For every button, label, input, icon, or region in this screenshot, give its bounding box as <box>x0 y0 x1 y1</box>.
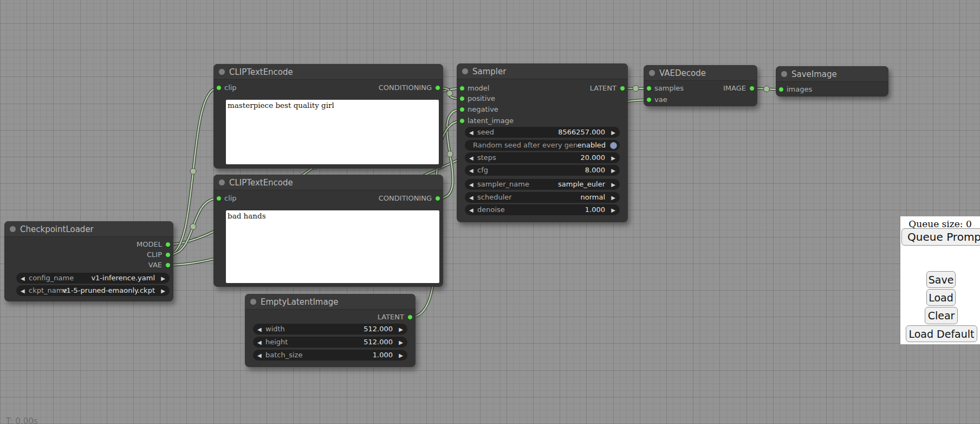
input-label: images <box>787 85 812 94</box>
widget-width[interactable]: ◀▶width512.000 <box>253 324 407 335</box>
widget-config_name[interactable]: ◀▶config_namev1-inference.yaml <box>16 273 170 284</box>
node-sampler[interactable]: Samplermodelpositivenegativelatent_image… <box>457 63 628 222</box>
widget-label: Random seed after every gen <box>473 141 577 150</box>
increment-arrow-icon[interactable]: ▶ <box>399 352 403 359</box>
node-vae-decode[interactable]: VAEDecodesamplesvaeIMAGE <box>644 65 757 106</box>
load-default-button[interactable]: Load Default <box>906 325 977 342</box>
load-button[interactable]: Load <box>926 289 956 306</box>
link-middot-positive-conditioning[interactable] <box>447 91 453 97</box>
widget-seed[interactable]: ◀▶seed8566257.000 <box>465 127 620 138</box>
output-label: CLIP <box>147 250 162 259</box>
widget-random-seed-after-every-gen[interactable]: Random seed after every genenabled <box>465 140 620 151</box>
output-port-VAE[interactable] <box>165 262 171 268</box>
increment-arrow-icon[interactable]: ▶ <box>161 275 165 282</box>
decrement-arrow-icon[interactable]: ◀ <box>257 326 262 333</box>
node-checkpoint-loader[interactable]: CheckpointLoaderMODELCLIPVAE◀▶config_nam… <box>4 221 173 301</box>
widget-cfg[interactable]: ◀▶cfg8.000 <box>465 165 620 176</box>
decrement-arrow-icon[interactable]: ◀ <box>469 181 473 188</box>
clear-button[interactable]: Clear <box>925 307 958 324</box>
decrement-arrow-icon[interactable]: ◀ <box>469 129 473 136</box>
increment-arrow-icon[interactable]: ▶ <box>611 155 615 162</box>
node-title-bar[interactable]: Sampler <box>457 63 628 79</box>
decrement-arrow-icon[interactable]: ◀ <box>21 287 25 294</box>
decrement-arrow-icon[interactable]: ◀ <box>469 155 473 162</box>
node-title-text: Sampler <box>472 67 506 76</box>
input-port-samples[interactable] <box>646 86 652 91</box>
input-port-clip[interactable] <box>216 85 222 91</box>
widget-value: normal <box>580 193 605 202</box>
node-title-bar[interactable]: VAEDecode <box>644 65 757 81</box>
increment-arrow-icon[interactable]: ▶ <box>611 129 615 136</box>
widget-scheduler[interactable]: ◀▶schedulernormal <box>465 192 620 203</box>
increment-arrow-icon[interactable]: ▶ <box>161 287 165 294</box>
increment-arrow-icon[interactable]: ▶ <box>611 167 615 174</box>
input-port-images[interactable] <box>778 87 784 92</box>
output-port-CONDITIONING[interactable] <box>435 196 440 201</box>
output-port-LATENT[interactable] <box>407 314 413 320</box>
output-port-CLIP[interactable] <box>165 252 171 258</box>
output-port-IMAGE[interactable] <box>749 86 755 91</box>
increment-arrow-icon[interactable]: ▶ <box>399 326 403 333</box>
widget-sampler_name[interactable]: ◀▶sampler_namesample_euler <box>465 179 620 190</box>
widget-denoise[interactable]: ◀▶denoise1.000 <box>465 204 620 215</box>
widget-batch_size[interactable]: ◀▶batch_size1.000 <box>253 350 407 361</box>
node-title-bar[interactable]: CLIPTextEncode <box>213 64 443 80</box>
execution-time-label: T: 0.00s <box>6 416 38 424</box>
output-label: IMAGE <box>723 84 746 93</box>
input-port-latent_image[interactable] <box>459 118 465 124</box>
toggle-enabled-icon[interactable] <box>610 142 617 149</box>
save-button[interactable]: Save <box>926 271 956 288</box>
increment-arrow-icon[interactable]: ▶ <box>399 339 403 346</box>
input-port-clip[interactable] <box>216 196 222 201</box>
widget-ckpt_name[interactable]: ◀▶ckpt_namev1-5-pruned-emaonly.ckpt <box>16 285 170 296</box>
output-port-LATENT[interactable] <box>620 86 625 91</box>
widget-value: sample_euler <box>558 180 605 189</box>
increment-arrow-icon[interactable]: ▶ <box>611 181 615 188</box>
node-save-image[interactable]: SaveImageimages <box>776 66 888 97</box>
collapse-dot-icon[interactable] <box>462 68 468 74</box>
node-clip-text-encode-positive[interactable]: CLIPTextEncodeclipCONDITIONING <box>213 64 443 169</box>
link-middot-image-to-save[interactable] <box>764 86 770 92</box>
link-middot-clip-to-negative-encode[interactable] <box>190 224 196 230</box>
comfyui-canvas[interactable]: { "status_text": "T: 0.00s", "colors": {… <box>0 0 980 424</box>
widget-label: config_name <box>29 274 74 282</box>
input-label: clip <box>224 83 237 92</box>
decrement-arrow-icon[interactable]: ◀ <box>469 207 473 214</box>
node-empty-latent-image[interactable]: EmptyLatentImageLATENT◀▶width512.000◀▶he… <box>245 294 416 367</box>
collapse-dot-icon[interactable] <box>649 70 655 76</box>
collapse-dot-icon[interactable] <box>219 179 225 185</box>
prompt-textarea[interactable] <box>226 210 439 283</box>
increment-arrow-icon[interactable]: ▶ <box>611 207 615 214</box>
link-middot-negative-conditioning[interactable] <box>447 151 453 157</box>
input-port-negative[interactable] <box>459 107 465 112</box>
decrement-arrow-icon[interactable]: ◀ <box>257 339 262 346</box>
decrement-arrow-icon[interactable]: ◀ <box>469 167 473 174</box>
collapse-dot-icon[interactable] <box>250 299 256 305</box>
node-title-bar[interactable]: CheckpointLoader <box>4 221 173 237</box>
output-port-MODEL[interactable] <box>165 242 171 247</box>
collapse-dot-icon[interactable] <box>219 69 225 75</box>
link-middot-clip-to-positive-encode[interactable] <box>190 169 196 175</box>
widget-height[interactable]: ◀▶height512.000 <box>253 337 407 348</box>
queue-prompt-button[interactable]: Queue Prompt <box>901 228 980 246</box>
node-title-bar[interactable]: EmptyLatentImage <box>245 294 416 310</box>
increment-arrow-icon[interactable]: ▶ <box>611 194 615 201</box>
input-port-positive[interactable] <box>459 96 465 101</box>
output-port-CONDITIONING[interactable] <box>435 85 440 91</box>
link-middot-latent-to-decoder[interactable] <box>633 86 639 92</box>
prompt-textarea[interactable] <box>226 100 439 164</box>
widget-steps[interactable]: ◀▶steps20.000 <box>465 152 620 163</box>
input-label: samples <box>654 84 684 93</box>
collapse-dot-icon[interactable] <box>10 226 16 232</box>
widget-label: seed <box>477 128 494 137</box>
decrement-arrow-icon[interactable]: ◀ <box>257 352 262 359</box>
decrement-arrow-icon[interactable]: ◀ <box>469 194 473 201</box>
decrement-arrow-icon[interactable]: ◀ <box>21 275 25 282</box>
collapse-dot-icon[interactable] <box>781 71 787 77</box>
node-clip-text-encode-negative[interactable]: CLIPTextEncodeclipCONDITIONING <box>213 175 443 287</box>
input-port-vae[interactable] <box>646 97 652 102</box>
input-label: positive <box>468 94 495 103</box>
node-title-bar[interactable]: CLIPTextEncode <box>213 175 443 190</box>
input-port-model[interactable] <box>459 86 465 91</box>
node-title-bar[interactable]: SaveImage <box>776 66 888 82</box>
